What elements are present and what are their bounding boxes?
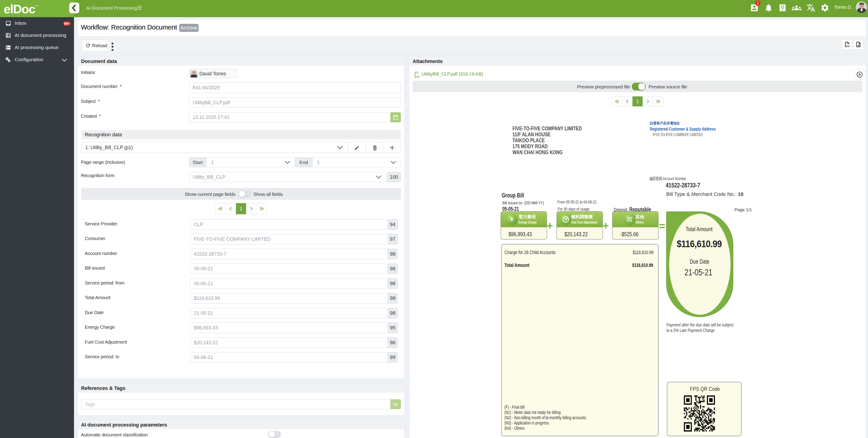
svg-text:W: W (858, 44, 860, 47)
svg-text:PDF: PDF (416, 76, 420, 78)
svg-text:PDF: PDF (846, 45, 850, 48)
